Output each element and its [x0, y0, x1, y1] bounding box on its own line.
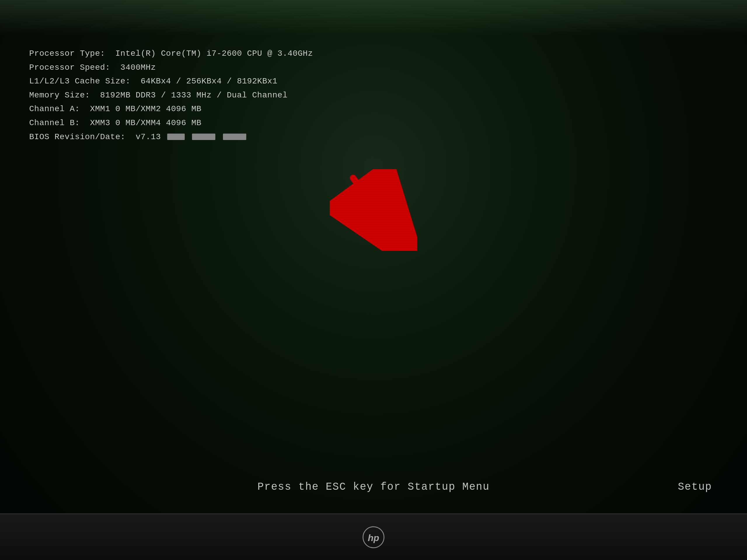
svg-line-1: [353, 178, 394, 233]
memory-label: Memory Size:: [29, 91, 90, 100]
setup-container: Setup: [678, 481, 712, 493]
bios-revision-label: BIOS Revision/Date:: [29, 132, 126, 141]
processor-speed-label: Processor Speed:: [29, 63, 110, 72]
processor-speed-line: Processor Speed: 3400MHz: [29, 61, 718, 75]
press-esc-container: Press the ESC key for Startup Menu: [257, 481, 490, 493]
channel-a-line: Channel A: XMM1 0 MB/XMM2 4096 MB: [29, 102, 718, 116]
channel-a-value: XMM1 0 MB/XMM2 4096 MB: [90, 104, 201, 113]
channel-b-label: Channel B:: [29, 118, 80, 128]
channel-b-value: XMM3 0 MB/XMM4 4096 MB: [90, 118, 201, 128]
bios-revision-line: BIOS Revision/Date: v7.13: [29, 130, 718, 144]
press-esc-text: Press the ESC key for Startup Menu: [257, 481, 490, 493]
processor-speed-value: 3400MHz: [121, 63, 156, 72]
redacted-block-3: [223, 134, 246, 140]
channel-b-line: Channel B: XMM3 0 MB/XMM4 4096 MB: [29, 116, 718, 130]
bios-text-block: Processor Type: Intel(R) Core(TM) i7-260…: [29, 47, 718, 144]
setup-label: Setup: [678, 481, 712, 493]
arrow-annotation: [330, 169, 417, 251]
memory-line: Memory Size: 8192MB DDR3 / 1333 MHz / Du…: [29, 88, 718, 102]
red-arrow-icon: [330, 169, 417, 251]
processor-type-line: Processor Type: Intel(R) Core(TM) i7-260…: [29, 47, 718, 61]
processor-type-value: Intel(R) Core(TM) i7-2600 CPU @ 3.40GHz: [115, 49, 313, 58]
channel-a-label: Channel A:: [29, 104, 80, 113]
cache-label: L1/L2/L3 Cache Size:: [29, 77, 130, 86]
memory-value: 8192MB DDR3 / 1333 MHz / Dual Channel: [100, 91, 287, 100]
cache-value: 64KBx4 / 256KBx4 / 8192KBx1: [140, 77, 278, 86]
bottom-bar: hp: [0, 513, 747, 560]
processor-type-label: Processor Type:: [29, 49, 105, 58]
bios-screen: Processor Type: Intel(R) Core(TM) i7-260…: [0, 0, 747, 560]
bios-revision-value: v7.13: [136, 132, 161, 141]
hp-logo-icon: hp: [362, 526, 385, 549]
redacted-block-1: [167, 134, 185, 140]
svg-text:hp: hp: [368, 533, 379, 543]
redacted-block-2: [192, 134, 215, 140]
cache-line: L1/L2/L3 Cache Size: 64KBx4 / 256KBx4 / …: [29, 74, 718, 88]
